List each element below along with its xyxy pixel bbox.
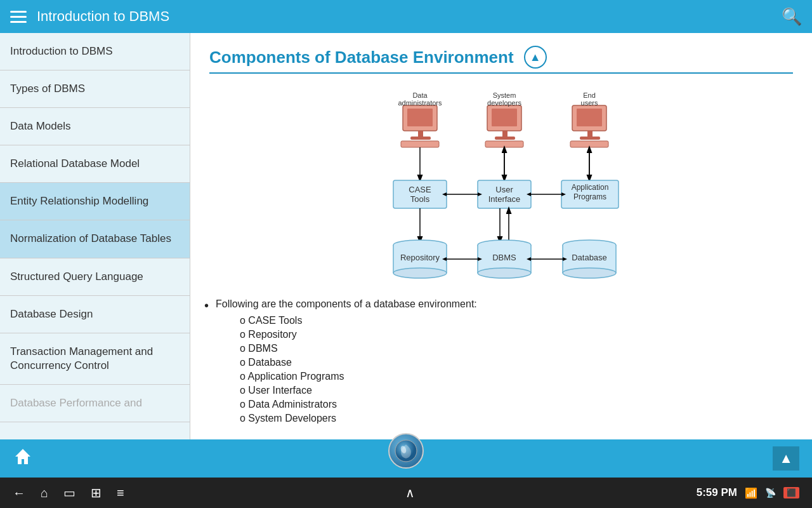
content-pane: Components of Database Environment ▲ bbox=[190, 33, 812, 439]
top-bar: Introduction to DBMS 🔍 bbox=[0, 0, 812, 33]
svg-rect-8 bbox=[492, 109, 517, 126]
hamburger-menu[interactable] bbox=[10, 11, 27, 23]
svg-point-60 bbox=[563, 268, 616, 278]
svg-rect-9 bbox=[502, 131, 508, 137]
menu-sys-icon[interactable]: ≡ bbox=[117, 486, 124, 500]
svg-point-54 bbox=[478, 268, 531, 278]
desc-item-2: DBMS bbox=[240, 343, 793, 354]
svg-text:System: System bbox=[493, 91, 516, 99]
sidebar-item-types[interactable]: Types of DBMS bbox=[0, 70, 190, 108]
svg-rect-4 bbox=[401, 141, 439, 147]
system-status: 5:59 PM 📶 📡 ⬛ bbox=[697, 486, 799, 499]
home-sys-icon[interactable]: ⌂ bbox=[41, 486, 48, 500]
scroll-up-button[interactable]: ▲ bbox=[524, 46, 547, 69]
system-time: 5:59 PM bbox=[697, 486, 737, 499]
system-bar: ← ⌂ ▭ ⊞ ≡ ∧ 5:59 PM 📶 📡 ⬛ bbox=[0, 478, 812, 508]
svg-text:CASE: CASE bbox=[409, 185, 431, 194]
svg-text:DBMS: DBMS bbox=[492, 253, 516, 262]
svg-rect-18 bbox=[570, 141, 608, 147]
desc-item-3: Database bbox=[240, 357, 793, 368]
svg-rect-17 bbox=[580, 137, 600, 140]
home-button[interactable] bbox=[13, 446, 33, 471]
sidebar-item-relational[interactable]: Relational Database Model bbox=[0, 145, 190, 183]
svg-rect-1 bbox=[407, 109, 433, 126]
qr-icon[interactable]: ⊞ bbox=[91, 485, 102, 500]
main-content: Introduction to DBMS Types of DBMS Data … bbox=[0, 33, 812, 439]
up-sys-icon[interactable]: ∧ bbox=[405, 485, 415, 500]
diagram-container: Data administrators System developers bbox=[209, 86, 793, 283]
desc-item-0: CASE Tools bbox=[240, 315, 793, 326]
svg-text:Tools: Tools bbox=[410, 194, 430, 204]
svg-text:Database: Database bbox=[572, 253, 607, 262]
sidebar-item-intro[interactable]: Introduction to DBMS bbox=[0, 33, 190, 70]
sidebar-item-db-design[interactable]: Database Design bbox=[0, 296, 190, 333]
sidebar-item-sql[interactable]: Structured Query Language bbox=[0, 258, 190, 296]
top-bar-left: Introduction to DBMS bbox=[10, 8, 169, 25]
desc-intro: Following are the components of a databa… bbox=[209, 298, 793, 310]
svg-rect-16 bbox=[587, 131, 593, 137]
data-admin-computer bbox=[401, 105, 439, 147]
description-section: Following are the components of a databa… bbox=[209, 298, 793, 424]
svg-text:users: users bbox=[581, 99, 598, 107]
sidebar-item-data-models[interactable]: Data Models bbox=[0, 108, 190, 145]
desc-item-6: Data Administrators bbox=[240, 399, 793, 410]
sidebar: Introduction to DBMS Types of DBMS Data … bbox=[0, 33, 190, 439]
search-icon[interactable]: 🔍 bbox=[782, 7, 802, 27]
battery-icon: ⬛ bbox=[783, 487, 799, 498]
signal-icon: 📡 bbox=[765, 488, 776, 498]
svg-text:User: User bbox=[495, 185, 513, 194]
bottom-nav: ▲ bbox=[0, 439, 812, 478]
content-title: Components of Database Environment bbox=[209, 48, 514, 67]
center-logo-button[interactable] bbox=[388, 433, 424, 469]
svg-rect-11 bbox=[485, 141, 523, 147]
database-diagram: Data administrators System developers bbox=[368, 86, 634, 283]
desc-item-1: Repository bbox=[240, 329, 793, 340]
sidebar-item-performance[interactable]: Database Performance and bbox=[0, 385, 190, 422]
svg-text:Programs: Programs bbox=[573, 192, 606, 201]
svg-text:Application: Application bbox=[572, 183, 609, 192]
svg-text:Repository: Repository bbox=[400, 253, 440, 262]
bottom-up-button[interactable]: ▲ bbox=[773, 446, 799, 471]
svg-text:Interface: Interface bbox=[488, 194, 521, 204]
end-users-computer bbox=[570, 105, 608, 147]
svg-point-48 bbox=[393, 268, 447, 278]
svg-rect-10 bbox=[495, 137, 515, 140]
wifi-icon: 📶 bbox=[745, 487, 757, 499]
sidebar-item-entity[interactable]: Entity Relationship Modelling bbox=[0, 183, 190, 220]
svg-text:Data: Data bbox=[412, 91, 428, 99]
sidebar-item-transaction[interactable]: Transaction Management and Concurrency C… bbox=[0, 333, 190, 385]
desc-item-5: User Interface bbox=[240, 385, 793, 396]
content-header: Components of Database Environment ▲ bbox=[209, 46, 793, 69]
svg-rect-3 bbox=[410, 137, 431, 140]
content-divider bbox=[209, 72, 793, 74]
system-nav-buttons: ← ⌂ ▭ ⊞ ≡ bbox=[13, 485, 124, 500]
desc-item-4: Application Programs bbox=[240, 371, 793, 382]
svg-text:administrators: administrators bbox=[398, 99, 442, 107]
sidebar-item-normalization[interactable]: Normalization of Database Tables bbox=[0, 220, 190, 258]
svg-rect-15 bbox=[577, 109, 602, 126]
back-icon[interactable]: ← bbox=[13, 486, 25, 500]
app-title: Introduction to DBMS bbox=[37, 8, 169, 25]
desc-item-7: System Developers bbox=[240, 413, 793, 424]
svg-text:End: End bbox=[583, 91, 596, 99]
desc-list: CASE Tools Repository DBMS Database Appl… bbox=[209, 315, 793, 424]
svg-rect-2 bbox=[418, 131, 423, 137]
system-dev-computer bbox=[485, 105, 523, 147]
recents-icon[interactable]: ▭ bbox=[63, 485, 75, 500]
svg-text:developers: developers bbox=[487, 99, 521, 107]
